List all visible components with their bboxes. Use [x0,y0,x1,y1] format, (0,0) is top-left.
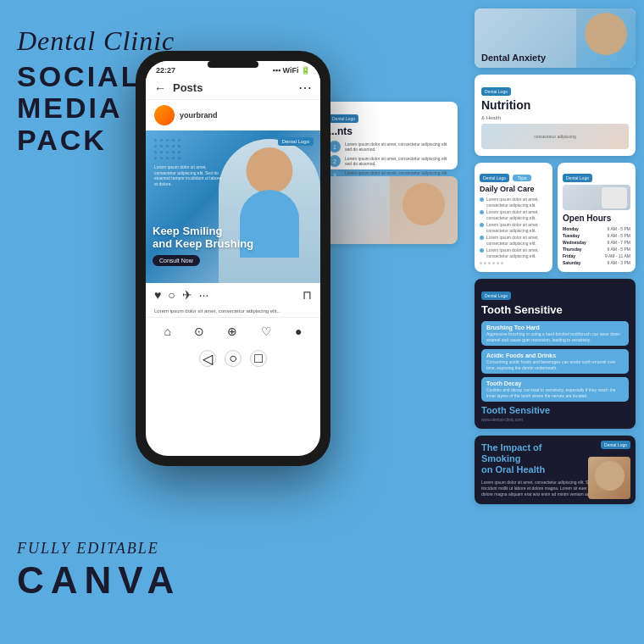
cause-acidic: Acidic Foods and Drinks Consuming acidic… [481,349,629,374]
add-nav-icon[interactable]: ⊕ [227,325,237,338]
bookmark-icon[interactable]: ⊓ [303,288,312,302]
dots-pattern-left [154,139,180,159]
woman-photo-area [390,176,458,244]
day-monday: Monday [563,226,579,231]
care-dot-3 [480,223,484,227]
post-text-overlay: Keep Smiling and Keep Brushing Consult N… [153,225,253,266]
tooth-sensitive-card: Dental Logo Tooth Sensitive Brushing Too… [475,279,636,429]
dental-logo-badge-4: Dental Logo [563,174,592,182]
da-photo [576,8,636,68]
tooth-website: www.dental-clinic.com [481,417,629,422]
back-arrow-icon[interactable]: ← [154,81,166,95]
post-logo-badge: Dental Logo [278,137,314,146]
phone-nav-title: Posts [173,81,298,94]
equipment-image [563,185,630,210]
post-caption-text: Lorem ipsum dolor sit amet, consectetur … [146,307,320,315]
care-text-2: Lorem ipsum dolor sit amet, consectetur … [486,209,547,220]
day-friday: Friday [563,253,575,258]
time-wednesday: 9 AM - 7 PM [607,240,630,245]
woman-face-large [402,183,445,225]
hours-friday: Friday 9 AM - 11 AM [563,253,630,258]
dots-icon[interactable]: ··· [199,288,209,302]
hours-list: Monday 9 AM - 5 PM Tuesday 9 AM - 5 PM W… [563,226,630,265]
profile-row: yourbrand [146,100,320,130]
dental-logo-badge-2: Dental Logo [481,87,511,96]
search-nav-icon[interactable]: ⊙ [194,325,204,338]
da-face [585,13,627,55]
open-hours-card: Dental Logo Open Hours Monday 9 AM - 5 P… [558,163,636,272]
phone-notch [208,61,258,68]
woman-photo-card: Dental Logo [322,176,458,244]
care-dot-5 [480,248,484,253]
hours-thursday: Thursday 9 AM - 5 PM [563,247,630,252]
care-item-1: Lorem ipsum dolor sit amet, consectetur … [480,197,547,208]
daily-oral-care-card: Dental Logo Tips Daily Oral Care Lorem i… [475,163,552,272]
cause-brushing-text: Aggressive brushing or using a hard-bris… [486,331,624,342]
canva-label: CANVA [17,559,180,602]
day-thursday: Thursday [563,247,582,252]
profile-nav-icon[interactable]: ● [295,325,302,338]
day-saturday: Saturday [563,260,580,265]
comment-icon[interactable]: ○ [168,288,175,302]
nutrition-subtitle: & Health [481,115,629,120]
open-hours-title: Open Hours [563,214,630,223]
daily-oral-care-title: Daily Oral Care [480,185,547,193]
care-dot-2 [480,210,484,214]
face-circle [247,147,293,194]
appt-item-2: 2 Lorem ipsum dolor sit amet, consectetu… [329,155,451,167]
heart-nav-icon[interactable]: ♡ [261,325,272,338]
phone-frame: 22:27 ▪▪▪ WiFi 🔋 ← Posts ⋯ yourbrand [136,51,330,466]
dental-logo-badge-3: Dental Logo [480,174,509,182]
home-btn[interactable]: ○ [225,350,242,367]
nutrition-card: Dental Logo Nutrition & Health consectet… [475,75,636,156]
time-thursday: 9 AM - 5 PM [607,247,630,252]
share-icon[interactable]: ✈ [182,288,192,302]
phone-home-indicator: ◁ ○ □ [146,345,320,372]
smoking-line1: The Impact of [481,442,542,452]
home-nav-icon[interactable]: ⌂ [164,325,171,338]
post-actions: ♥ ○ ✈ ··· ⊓ [146,283,320,307]
post-headline-line2: and Keep Brushing [153,237,253,250]
woman-photo-small [588,457,630,499]
care-item-5: Lorem ipsum dolor sit amet, consectetur … [480,247,547,258]
phone-bottom-nav: ⌂ ⊙ ⊕ ♡ ● [146,317,320,345]
dental-anxiety-card: Dental Logo Dental Anxiety [475,8,636,68]
bottom-left-section: FULLY EDITABLE CANVA [17,540,180,602]
avatar [154,105,175,125]
tooth-bottom-label: Tooth Sensitive [481,405,629,415]
recent-btn[interactable]: □ [250,350,267,367]
post-caption-overlay: Lorem ipsum dolor sit amet, consectetur … [154,164,222,186]
right-cards-column: Dental Logo Dental Anxiety Dental Logo N… [475,8,636,504]
care-item-3: Lorem ipsum dolor sit amet, consectetur … [480,222,547,233]
time-friday: 9 AM - 11 AM [605,253,630,258]
dental-logo-badge-7: Dental Logo [329,114,358,123]
tips-badge: Tips [513,175,530,181]
phone-screen: 22:27 ▪▪▪ WiFi 🔋 ← Posts ⋯ yourbrand [146,61,320,456]
smoking-line2: on Oral Health [481,464,545,475]
consult-button[interactable]: Consult Now [153,255,200,266]
cards-row-middle: Dental Logo Tips Daily Oral Care Lorem i… [475,163,636,272]
care-item-2: Lorem ipsum dolor sit amet, consectetur … [480,209,547,220]
hours-tuesday: Tuesday 9 AM - 5 PM [563,233,630,238]
more-options-icon[interactable]: ⋯ [298,80,312,96]
time-saturday: 9 AM - 3 PM [607,260,630,265]
cause-decay: Tooth Decay Cavities and decay can lead … [481,377,629,402]
fully-editable-label: FULLY EDITABLE [17,540,180,558]
phone-nav: ← Posts ⋯ [146,76,320,100]
cause-acidic-text: Consuming acidic foods and beverages can… [486,359,624,370]
hours-saturday: Saturday 9 AM - 3 PM [563,260,630,265]
caption-text: Lorem ipsum dolor sit amet, consectetur … [154,308,280,314]
back-btn[interactable]: ◁ [199,350,216,367]
appt-num-1: 1 [329,141,341,153]
appt-text-1: Lorem ipsum dolor sit amet, consectetur … [345,142,451,153]
heart-icon[interactable]: ♥ [154,288,161,302]
nutrition-title: Nutrition [481,98,629,112]
middle-cards-column: Dental Logo ...nts 1 Lorem ipsum dolor s… [322,102,458,244]
appt-item-1: 1 Lorem ipsum dolor sit amet, consectetu… [329,141,451,153]
day-tuesday: Tuesday [563,233,580,238]
care-dot-4 [480,236,484,240]
appt-text-2: Lorem ipsum dolor sit amet, consectetur … [345,156,451,167]
care-text-3: Lorem ipsum dolor sit amet, consectetur … [486,222,547,233]
nutrition-image-label: consectetur adipiscing [534,134,575,139]
cause-brushing: Brushing Too Hard Aggressive brushing or… [481,321,629,346]
